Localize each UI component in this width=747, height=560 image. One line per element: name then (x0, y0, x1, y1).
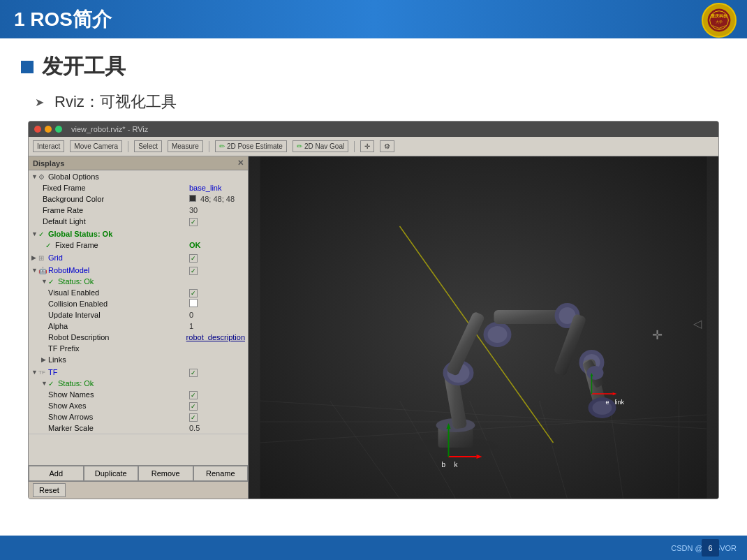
robot-status-row[interactable]: ▼ ✓ Status: Ok (29, 276, 248, 287)
links-row[interactable]: ▶ Links (29, 354, 248, 365)
reset-button[interactable]: Reset (33, 483, 66, 497)
expand-icon[interactable]: ▶ (41, 356, 48, 363)
frame-rate-value: 30 (189, 206, 245, 214)
global-options-item: ▼ ⚙ Global Options Fixed Frame base_link… (29, 170, 248, 228)
viewport-canvas: b k e link (249, 156, 718, 499)
robot-model-check[interactable] (189, 267, 198, 275)
fixed-frame-value: base_link (189, 184, 245, 192)
marker-scale-row[interactable]: Marker Scale 0.5 (29, 422, 248, 434)
update-interval-row[interactable]: Update Interval 0 (29, 309, 248, 320)
show-axes-row[interactable]: Show Axes (29, 400, 248, 411)
panel-reset-area: Reset (29, 481, 248, 499)
panel-close-button[interactable]: ✕ (237, 159, 244, 168)
check-icon: ✓ (38, 230, 48, 238)
add-pub-button[interactable]: ✛ (360, 140, 374, 152)
expand-icon[interactable]: ▼ (31, 369, 38, 376)
remove-button[interactable]: Remove (138, 466, 193, 481)
interact-button[interactable]: Interact (33, 140, 64, 152)
marker-scale-label: Marker Scale (48, 424, 189, 432)
robot-model-row[interactable]: ▼ 🤖 RobotModel (29, 265, 248, 276)
global-options-row[interactable]: ▼ ⚙ Global Options (29, 171, 248, 182)
check-icon-2: ✓ (45, 242, 55, 249)
expand-icon[interactable]: ▼ (31, 267, 38, 274)
expand-icon[interactable]: ▼ (31, 173, 38, 180)
measure-button[interactable]: Measure (168, 140, 203, 152)
tf-prefix-row[interactable]: TF Prefix (29, 343, 248, 354)
status-fixed-value: OK (189, 241, 245, 249)
expand-icon[interactable]: ▶ (31, 254, 38, 261)
move-camera-button[interactable]: Move Camera (70, 140, 122, 152)
panel-title: Displays (33, 159, 64, 168)
svg-point-23 (488, 326, 508, 343)
show-axes-checkbox (189, 401, 245, 411)
bg-color-label: Background Color (43, 195, 189, 203)
header-title: 1 ROS简介 (14, 6, 112, 33)
global-status-label: Global Status: Ok (48, 230, 245, 238)
rename-button[interactable]: Rename (193, 466, 249, 481)
pose-estimate-button[interactable]: ✏ 2D Pose Estimate (215, 140, 287, 152)
visual-enabled-row[interactable]: Visual Enabled (29, 287, 248, 298)
expand-icon[interactable]: ▼ (41, 380, 48, 387)
tf-check[interactable] (189, 369, 198, 377)
add-button[interactable]: Add (29, 466, 84, 481)
bg-color-row[interactable]: Background Color 48; 48; 48 (29, 193, 248, 205)
minimize-btn[interactable] (45, 126, 52, 133)
tf-label: TF (48, 368, 189, 376)
frame-rate-label: Frame Rate (43, 206, 189, 214)
config-button[interactable]: ⚙ (380, 140, 394, 152)
collision-enabled-row[interactable]: Collision Enabled (29, 298, 248, 309)
university-logo: 重庆科技 大学 (702, 3, 737, 38)
alpha-row[interactable]: Alpha 1 (29, 320, 248, 332)
grid-checkbox (189, 253, 245, 263)
robot-desc-value: robot_description (186, 333, 245, 341)
expand-icon[interactable]: ▼ (31, 230, 38, 237)
tf-status-row[interactable]: ▼ ✓ Status: Ok (29, 378, 248, 389)
svg-text:重庆科技: 重庆科技 (711, 13, 728, 18)
update-interval-label: Update Interval (48, 311, 189, 319)
sub-section: ➤ Rviz：可视化工具 (21, 91, 726, 112)
panel-buttons: Add Duplicate Remove Rename (29, 465, 248, 481)
close-btn[interactable] (34, 126, 41, 133)
panel-header: Displays ✕ (29, 156, 248, 170)
svg-text:link: link (615, 399, 625, 406)
maximize-btn[interactable] (55, 126, 62, 133)
tf-icon: TF (38, 369, 48, 376)
title-bar: view_robot.rviz* - RViz (29, 121, 718, 137)
show-names-row[interactable]: Show Names (29, 389, 248, 400)
robot-icon: 🤖 (38, 267, 48, 274)
svg-rect-24 (494, 310, 564, 324)
robot-desc-label: Robot Description (48, 333, 186, 341)
tf-status-label: Status: Ok (58, 379, 245, 388)
nav-goal-button[interactable]: ✏ 2D Nav Goal (293, 140, 348, 152)
fixed-frame-row[interactable]: Fixed Frame base_link (29, 182, 248, 193)
robot-model-checkbox (189, 266, 245, 275)
global-status-row[interactable]: ▼ ✓ Global Status: Ok (29, 228, 248, 240)
visual-enabled-check[interactable] (189, 289, 198, 297)
svg-text:e: e (606, 399, 609, 406)
frame-rate-row[interactable]: Frame Rate 30 (29, 205, 248, 216)
show-axes-check[interactable] (189, 402, 198, 411)
collision-enabled-checkbox (189, 299, 245, 309)
bottom-bar: CSDN @2345VOR 6 (0, 536, 747, 560)
grid-check[interactable] (189, 254, 198, 263)
3d-viewport[interactable]: b k e link (249, 156, 718, 499)
duplicate-button[interactable]: Duplicate (84, 466, 139, 481)
default-light-row[interactable]: Default Light (29, 216, 248, 227)
status-fixed-frame-row[interactable]: ✓ Fixed Frame OK (29, 240, 248, 251)
section-marker (21, 61, 34, 73)
robot-desc-row[interactable]: Robot Description robot_description (29, 332, 248, 343)
toolbar-separator (128, 141, 128, 152)
select-button[interactable]: Select (134, 140, 162, 152)
expand-icon[interactable]: ▼ (41, 278, 48, 285)
tree-container[interactable]: ▼ ⚙ Global Options Fixed Frame base_link… (29, 170, 248, 434)
tf-row[interactable]: ▼ TF TF (29, 367, 248, 378)
check-icon-3: ✓ (48, 278, 58, 286)
collision-enabled-check[interactable] (189, 299, 198, 307)
robot-model-item: ▼ 🤖 RobotModel ▼ ✓ Status: Ok (29, 264, 248, 366)
show-arrows-row[interactable]: Show Arrows (29, 411, 248, 422)
show-arrows-checkbox (189, 413, 245, 422)
show-arrows-check[interactable] (189, 413, 198, 422)
default-light-check[interactable] (189, 218, 198, 226)
show-names-check[interactable] (189, 391, 198, 399)
grid-row[interactable]: ▶ ⊞ Grid (29, 252, 248, 263)
